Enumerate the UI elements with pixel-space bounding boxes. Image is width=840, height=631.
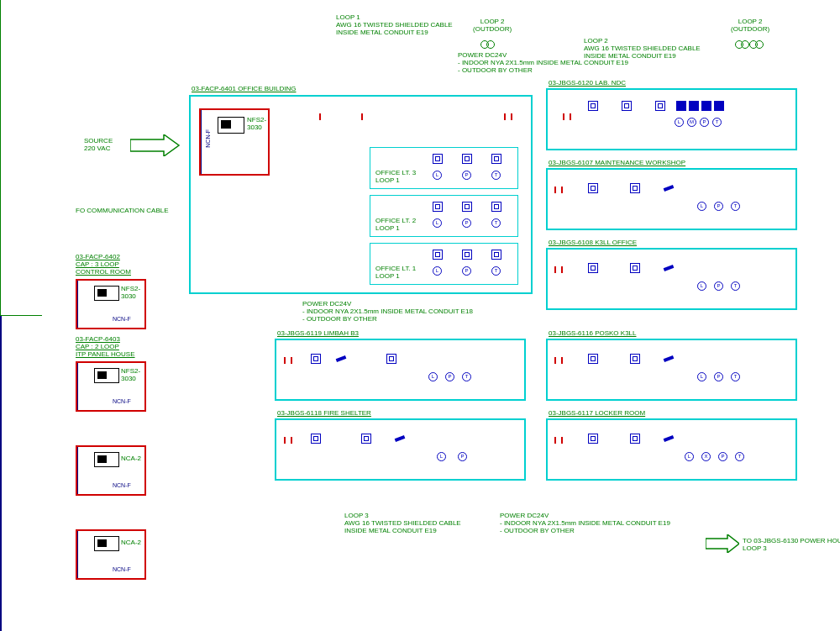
device-icon <box>588 101 598 111</box>
to-arrow-icon <box>706 534 739 553</box>
zone-lab <box>546 88 797 150</box>
facp-side: NCN-F <box>205 129 212 148</box>
power-c-label: POWER DC24V - INDOOR NYA 2X1.5mm INSIDE … <box>500 513 670 534</box>
device-icon <box>630 434 640 444</box>
office1-label: OFFICE LT. 1 LOOP 1 <box>375 266 416 281</box>
office2-label: OFFICE LT. 2 LOOP 1 <box>375 218 416 233</box>
zone-locker <box>546 418 797 481</box>
device-icon <box>311 434 321 444</box>
p2-sub: NCN-F <box>113 316 131 323</box>
circle-icon: T <box>731 372 740 381</box>
circle-icon: T <box>731 202 740 211</box>
node-icon <box>486 40 495 49</box>
facp-screen-icon <box>218 117 244 134</box>
device-icon <box>433 250 443 260</box>
facp-screen-icon <box>94 536 119 551</box>
source-arrow-icon <box>130 134 181 156</box>
tick-icon <box>570 113 571 120</box>
circle-icon: L <box>433 218 442 228</box>
device-icon <box>491 250 501 260</box>
device-icon <box>588 434 598 444</box>
zone-maint <box>546 168 797 230</box>
circle-icon: P <box>714 202 723 211</box>
power-b-label: POWER DC24V - INDOOR NYA 2X1.5mm INSIDE … <box>302 301 473 323</box>
tick-icon <box>554 357 556 364</box>
circle-icon: T <box>712 118 722 127</box>
device-icon <box>462 202 472 212</box>
circle-icon: T <box>491 218 501 228</box>
svg-marker-0 <box>130 134 179 156</box>
device-icon <box>462 250 472 260</box>
circle-icon: P <box>718 452 727 461</box>
device-icon <box>630 183 640 193</box>
zone-maint-title: 03-JBGS-6107 MAINTENANCE WORKSHOP <box>549 160 685 167</box>
p3-title: 03-FACP-6403 CAP : 2 LOOP ITP PANEL HOUS… <box>76 336 135 358</box>
nca-p5: NCA-2 NCN-F <box>76 529 146 580</box>
p4-model: NCA-2 <box>121 455 141 463</box>
zone-k3ll-title: 03-JBGS-6108 K3LL OFFICE <box>549 239 637 247</box>
device-icon <box>433 202 443 212</box>
device-icon <box>655 101 665 111</box>
circle-icon: P <box>462 171 471 180</box>
device-icon <box>361 434 371 444</box>
source-label: SOURCE 220 VAC <box>84 138 113 153</box>
circle-icon: L <box>437 452 446 461</box>
facp-main: NCN-F NFS2- 3030 <box>199 108 270 176</box>
circle-icon: P <box>714 281 723 291</box>
loop2-out-a: LOOP 2 (OUTDOOR) <box>473 18 512 34</box>
circle-icon: L <box>433 171 442 180</box>
zone-office-title: 03-FACP-6401 OFFICE BUILDING <box>192 86 296 93</box>
tick-icon <box>319 113 321 120</box>
loop2-out-b: LOOP 2 (OUTDOOR) <box>731 18 769 34</box>
device-icon <box>433 154 443 164</box>
device-icon <box>588 183 598 193</box>
facp-p2: NFS2- 3030 NCN-F <box>76 279 146 329</box>
circle-icon: P <box>445 372 454 381</box>
p5-model: NCA-2 <box>121 539 141 547</box>
zone-limbah-title: 03-JBGS-6119 LIMBAH B3 <box>277 330 359 338</box>
circle-icon: T <box>735 452 744 461</box>
device-icon <box>622 101 632 111</box>
p5-sub: NCN-F <box>113 566 131 573</box>
circle-icon: P <box>458 452 467 461</box>
leader-loop2 <box>0 168 1 235</box>
svg-marker-1 <box>706 534 739 553</box>
zone-limbah <box>275 339 526 401</box>
circle-icon: P <box>462 266 471 276</box>
circle-icon: P <box>714 372 723 381</box>
circle-icon: T <box>731 281 740 291</box>
facp-screen-icon <box>94 452 119 467</box>
circle-icon: T <box>491 171 501 180</box>
nca-p4: NCA-2 NCN-F <box>76 445 146 496</box>
loop2-label: LOOP 2 AWG 16 TWISTED SHIELDED CABLE INS… <box>584 38 701 60</box>
device-icon <box>311 354 321 364</box>
facp-p3: NFS2- 3030 NCN-F <box>76 361 146 412</box>
leader-power-b <box>0 235 1 281</box>
circle-icon: L <box>697 372 706 381</box>
zone-k3ll <box>546 248 797 310</box>
tick-icon <box>563 113 564 120</box>
node-icon <box>741 40 749 49</box>
zone-fire-title: 03-JBGS-6118 FIRE SHELTER <box>277 410 371 418</box>
zone-posko-title: 03-JBGS-6116 POSKO K3LL <box>549 330 637 338</box>
facp-model: NFS2- 3030 <box>247 117 266 132</box>
tick-icon <box>291 437 292 444</box>
tick-icon <box>361 113 363 120</box>
device-icon <box>588 263 598 273</box>
device-icon <box>714 101 724 111</box>
circle-icon: L <box>428 372 438 381</box>
leader-fo <box>0 315 42 316</box>
circle-icon: L <box>697 202 706 211</box>
zone-fire <box>275 418 526 481</box>
device-icon <box>701 101 711 111</box>
p4-sub: NCN-F <box>113 482 131 489</box>
device-icon <box>588 354 598 364</box>
office3-label: OFFICE LT. 3 LOOP 1 <box>375 170 416 185</box>
device-icon <box>689 101 699 111</box>
circle-icon: L <box>697 281 706 291</box>
zone-lab-title: 03-JBGS-6120 LAB. NDC <box>549 80 626 87</box>
p3-sub: NCN-F <box>113 398 131 405</box>
device-icon <box>630 354 640 364</box>
leader-power-a <box>0 101 1 168</box>
circle-icon: P <box>700 118 709 127</box>
